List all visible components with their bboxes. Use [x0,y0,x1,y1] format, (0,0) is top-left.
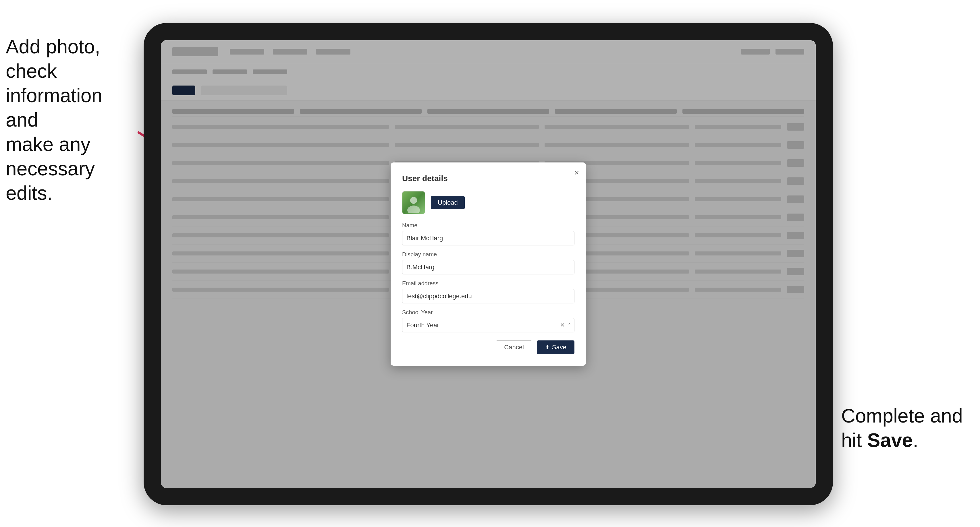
annotation-left-line3: make any [6,133,91,155]
annotation-right-period: . [913,429,918,451]
app-background: User details × [161,40,816,488]
name-label: Name [402,222,574,229]
cancel-button[interactable]: Cancel [496,340,532,354]
annotation-left-line4: necessary edits. [6,157,95,204]
display-name-form-group: Display name [402,251,574,275]
annotation-right-suffix: hit [841,429,867,451]
school-year-clear-button[interactable]: ✕ [560,321,565,329]
annotation-right-bold: Save [867,429,913,451]
save-icon: ⬆ [545,344,550,351]
annotation-left-line2: information and [6,84,102,130]
annotation-left: Add photo, check information and make an… [6,35,115,205]
user-photo-thumbnail [402,191,425,214]
save-button[interactable]: ⬆ Save [537,340,574,354]
display-name-label: Display name [402,251,574,258]
upload-photo-button[interactable]: Upload [431,196,465,209]
annotation-right: Complete and hit Save. [841,403,963,452]
tablet-frame: User details × [143,23,833,505]
person-silhouette-icon [406,196,421,213]
name-input[interactable] [402,231,574,245]
user-details-modal: User details × [391,162,586,366]
email-label: Email address [402,280,574,287]
modal-overlay: User details × [161,40,816,488]
svg-point-2 [410,197,417,204]
svg-point-3 [407,206,420,213]
school-year-label: School Year [402,309,574,316]
school-year-input[interactable] [402,318,574,332]
photo-row: Upload [402,191,574,214]
save-button-label: Save [552,344,566,351]
school-year-chevron-button[interactable]: ⌃ [567,322,571,329]
school-year-controls: ✕ ⌃ [560,321,571,329]
tablet-screen: User details × [161,40,816,488]
display-name-input[interactable] [402,260,574,275]
school-year-form-group: School Year ✕ ⌃ [402,309,574,332]
user-photo-image [402,191,425,214]
email-form-group: Email address [402,280,574,303]
annotation-left-line1: Add photo, check [6,36,100,82]
modal-title: User details [402,174,574,183]
modal-close-button[interactable]: × [574,168,579,178]
modal-footer: Cancel ⬆ Save [402,340,574,354]
email-input[interactable] [402,289,574,303]
name-form-group: Name [402,222,574,245]
annotation-right-prefix: Complete and [841,405,963,427]
school-year-wrapper: ✕ ⌃ [402,318,574,332]
